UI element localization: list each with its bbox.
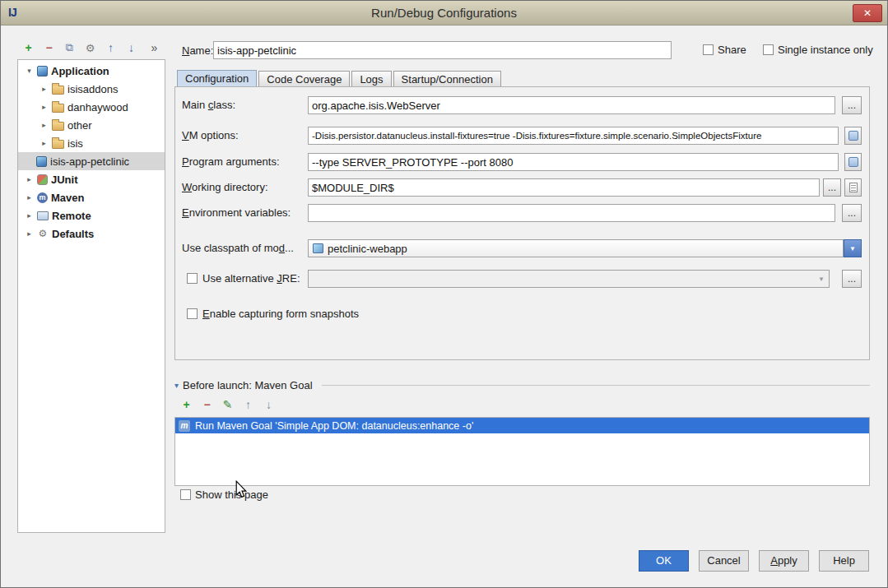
tree-item-danhaywood[interactable]: ▸ danhaywood bbox=[18, 98, 165, 116]
single-instance-checkbox[interactable] bbox=[763, 44, 774, 55]
remote-type-icon bbox=[37, 211, 49, 220]
classpath-module-combo[interactable]: petclinic-webapp bbox=[308, 239, 844, 257]
working-directory-macro-button[interactable] bbox=[844, 178, 862, 197]
folder-icon bbox=[52, 86, 64, 95]
vm-options-input[interactable] bbox=[308, 127, 839, 145]
add-task-icon[interactable]: + bbox=[176, 398, 197, 411]
more-actions-icon[interactable]: » bbox=[144, 41, 165, 54]
section-divider bbox=[322, 385, 870, 386]
cancel-button[interactable]: Cancel bbox=[699, 550, 749, 572]
expand-arrow-icon[interactable]: ▸ bbox=[25, 211, 34, 220]
classpath-module-value: petclinic-webapp bbox=[328, 243, 407, 255]
expand-arrow-icon[interactable]: ▸ bbox=[25, 175, 34, 183]
help-button[interactable]: Help bbox=[819, 550, 869, 572]
main-class-input[interactable] bbox=[308, 96, 835, 114]
tree-item-isis-app-petclinic[interactable]: isis-app-petclinic bbox=[18, 152, 165, 170]
tree-item-maven[interactable]: ▸ m Maven bbox=[18, 188, 165, 206]
working-directory-input[interactable] bbox=[308, 178, 820, 197]
alternative-jre-combo[interactable]: ▼ bbox=[308, 270, 830, 288]
alternative-jre-label: Use alternative JRE: bbox=[202, 272, 300, 285]
environment-variables-input[interactable] bbox=[308, 204, 835, 222]
tab-configuration[interactable]: Configuration bbox=[177, 70, 257, 88]
module-icon bbox=[313, 243, 323, 253]
working-directory-browse-button[interactable]: ... bbox=[823, 178, 841, 197]
single-instance-label: Single instance only bbox=[778, 44, 873, 57]
add-configuration-icon[interactable]: + bbox=[18, 41, 39, 54]
move-down-icon[interactable]: ↓ bbox=[121, 41, 142, 54]
expand-arrow-icon[interactable]: ▸ bbox=[40, 121, 49, 129]
tree-item-label: Defaults bbox=[52, 228, 94, 240]
application-config-icon bbox=[36, 156, 47, 167]
environment-variables-label: Environment variables: bbox=[182, 206, 291, 220]
expand-arrow-icon[interactable]: ▸ bbox=[40, 103, 49, 111]
collapse-arrow-icon[interactable]: ▾ bbox=[25, 67, 34, 75]
program-arguments-input[interactable] bbox=[308, 153, 839, 171]
move-up-icon[interactable]: ↑ bbox=[100, 41, 121, 54]
document-icon bbox=[849, 183, 858, 192]
program-arguments-label: Program arguments: bbox=[182, 155, 280, 169]
form-snapshots-label: Enable capturing form snapshots bbox=[202, 308, 359, 321]
before-launch-title: Before launch: Maven Goal bbox=[183, 379, 313, 391]
expand-arrow-icon[interactable]: ▸ bbox=[25, 193, 34, 201]
form-snapshots-checkbox[interactable] bbox=[187, 308, 198, 319]
tree-item-isisaddons[interactable]: ▸ isisaddons bbox=[18, 80, 165, 98]
main-class-browse-button[interactable]: ... bbox=[842, 96, 862, 114]
maven-type-icon: m bbox=[37, 192, 48, 203]
expand-editor-icon bbox=[848, 157, 858, 167]
ok-button[interactable]: OK bbox=[639, 550, 689, 572]
maven-goal-icon: m bbox=[179, 420, 190, 432]
tree-item-label: isis bbox=[67, 137, 83, 150]
collapse-triangle-icon[interactable]: ▾ bbox=[174, 381, 179, 390]
close-button[interactable]: ✕ bbox=[853, 4, 882, 22]
environment-variables-browse-button[interactable]: ... bbox=[842, 204, 862, 222]
tree-item-defaults[interactable]: ▸ ⚙ Defaults bbox=[18, 225, 165, 243]
tree-item-application[interactable]: ▾ Application bbox=[18, 62, 165, 80]
tree-item-label: other bbox=[67, 119, 92, 132]
tab-logs[interactable]: Logs bbox=[351, 71, 391, 88]
tree-item-other[interactable]: ▸ other bbox=[18, 116, 165, 134]
folder-icon bbox=[52, 140, 64, 149]
tree-item-label: JUnit bbox=[51, 174, 78, 186]
edit-defaults-icon[interactable]: ⚙ bbox=[80, 42, 100, 54]
tree-item-label: Remote bbox=[52, 210, 91, 222]
title-bar[interactable]: IJ Run/Debug Configurations ✕ bbox=[1, 1, 887, 25]
name-input[interactable] bbox=[213, 41, 672, 59]
show-this-page-label: Show this page bbox=[195, 488, 268, 502]
task-list-item[interactable]: m Run Maven Goal 'Simple App DOM: datanu… bbox=[175, 418, 869, 433]
remove-configuration-icon[interactable]: − bbox=[39, 41, 59, 54]
remove-task-icon[interactable]: − bbox=[197, 398, 217, 411]
expand-arrow-icon[interactable]: ▸ bbox=[40, 85, 49, 93]
tree-item-isis[interactable]: ▸ isis bbox=[18, 134, 165, 152]
before-launch-section-header[interactable]: ▾ Before launch: Maven Goal bbox=[174, 378, 870, 391]
expand-editor-icon bbox=[848, 131, 858, 141]
task-move-up-icon[interactable]: ↑ bbox=[238, 398, 258, 411]
apply-button[interactable]: Apply bbox=[759, 550, 809, 572]
defaults-type-icon: ⚙ bbox=[37, 228, 49, 239]
expand-arrow-icon[interactable]: ▸ bbox=[40, 139, 49, 147]
classpath-dropdown-button[interactable]: ▼ bbox=[844, 239, 862, 257]
tree-item-label: isisaddons bbox=[67, 83, 118, 95]
tab-startup-connection[interactable]: Startup/Connection bbox=[393, 71, 501, 88]
folder-icon bbox=[52, 122, 64, 131]
tree-item-junit[interactable]: ▸ JUnit bbox=[18, 170, 165, 188]
share-checkbox[interactable] bbox=[703, 44, 714, 55]
alternative-jre-checkbox[interactable] bbox=[187, 273, 198, 284]
expand-arrow-icon[interactable]: ▸ bbox=[25, 229, 34, 238]
edit-task-icon[interactable]: ✎ bbox=[217, 398, 238, 411]
vm-options-expand-button[interactable] bbox=[844, 127, 862, 145]
tree-item-label: isis-app-petclinic bbox=[50, 155, 129, 168]
main-class-label: Main class: bbox=[182, 99, 235, 112]
config-tab-strip: Configuration Code Coverage Logs Startup… bbox=[177, 70, 503, 88]
tree-item-label: Maven bbox=[51, 192, 84, 204]
classpath-module-label: Use classpath of mod... bbox=[182, 242, 294, 255]
task-move-down-icon[interactable]: ↓ bbox=[258, 398, 279, 411]
task-item-label: Run Maven Goal 'Simple App DOM: datanucl… bbox=[195, 420, 473, 432]
vm-options-label: VM options: bbox=[182, 129, 239, 142]
tree-item-label: danhaywood bbox=[67, 101, 128, 113]
tab-code-coverage[interactable]: Code Coverage bbox=[258, 71, 350, 88]
alternative-jre-browse-button[interactable]: ... bbox=[842, 270, 862, 288]
show-this-page-checkbox[interactable] bbox=[180, 489, 191, 500]
tree-item-remote[interactable]: ▸ Remote bbox=[18, 206, 165, 225]
program-arguments-expand-button[interactable] bbox=[844, 153, 862, 171]
copy-configuration-icon[interactable]: ⧉ bbox=[59, 41, 80, 54]
